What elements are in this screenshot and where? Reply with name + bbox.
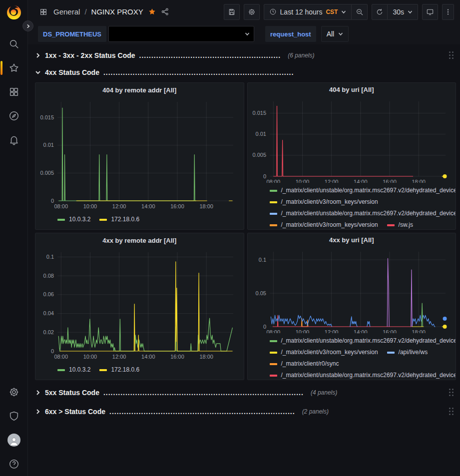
legend-swatch bbox=[270, 201, 277, 203]
panel-title[interactable]: 4xx by remote addr [All] bbox=[35, 233, 244, 247]
legend-swatch bbox=[387, 224, 395, 226]
svg-text:14:00: 14:00 bbox=[354, 179, 368, 183]
user-avatar[interactable] bbox=[2, 428, 26, 452]
legend-item[interactable]: /sw.js bbox=[387, 219, 413, 229]
panel-404-by-uri: 404 by uri [All] 08:0010:0012:0014:0016:… bbox=[247, 82, 457, 230]
configuration-gear-icon[interactable] bbox=[2, 380, 26, 404]
chart-404-by-uri[interactable]: 08:0010:0012:0014:0016:0018:0000.0050.01… bbox=[248, 96, 452, 183]
legend-label: 172.18.0.6 bbox=[111, 364, 139, 376]
row-header-4xx[interactable]: 4xx Status Code ........................… bbox=[35, 65, 456, 79]
svg-text:18:00: 18:00 bbox=[199, 203, 213, 209]
explore-compass-icon[interactable] bbox=[2, 104, 26, 128]
legend-swatch bbox=[387, 352, 395, 354]
legend-item[interactable]: /_matrix/client/v3/room_keys/version bbox=[270, 196, 378, 208]
save-dashboard-button[interactable] bbox=[224, 4, 240, 20]
grafana-app: General / NGINX PROXY bbox=[0, 0, 460, 476]
svg-text:08:00: 08:00 bbox=[54, 354, 68, 360]
svg-text:0.015: 0.015 bbox=[40, 114, 54, 120]
zoom-out-time-button[interactable] bbox=[352, 4, 368, 20]
legend-label: /_matrix/client/v3/room_keys/version bbox=[281, 196, 378, 208]
legend-label: /_matrix/client/v3/room_keys/version bbox=[281, 347, 378, 358]
ds-prometheus-select[interactable] bbox=[108, 26, 254, 42]
legend-item[interactable]: /_matrix/client/v3/room_keys/version bbox=[270, 219, 378, 229]
row-dots: ........................................… bbox=[103, 68, 294, 76]
favorite-star-icon[interactable] bbox=[148, 7, 156, 16]
legend-label: /_matrix/client/unstable/org.matrix.msc2… bbox=[281, 185, 456, 196]
svg-text:18:00: 18:00 bbox=[412, 179, 426, 183]
legend-item[interactable]: /_matrix/client/unstable/org.matrix.msc2… bbox=[270, 185, 456, 196]
legend-label: /_matrix/client/v3/room_keys/version bbox=[281, 219, 378, 229]
request-host-label[interactable]: request_host bbox=[265, 26, 316, 42]
legend-label: /sw.js bbox=[399, 219, 413, 229]
legend-item[interactable]: /_matrix/client/v3/room_keys/version bbox=[270, 347, 378, 358]
time-range-picker[interactable]: Last 12 hours CST bbox=[264, 4, 352, 20]
tv-mode-button[interactable] bbox=[422, 4, 438, 20]
row-drag-handle[interactable] bbox=[449, 51, 454, 59]
chart-404-by-remote-addr[interactable]: 08:0010:0012:0014:0016:0018:0000.0050.01… bbox=[35, 97, 239, 211]
panel-legend: /_matrix/client/unstable/org.matrix.msc2… bbox=[248, 333, 456, 380]
legend-swatch bbox=[270, 340, 277, 342]
panel-404-by-remote-addr: 404 by remote addr [All] 08:0010:0012:00… bbox=[35, 82, 244, 230]
row-panel-count: (4 panels) bbox=[311, 389, 337, 396]
alerting-bell-icon[interactable] bbox=[2, 128, 26, 152]
timezone-label: CST bbox=[326, 8, 338, 15]
chart-4xx-by-uri[interactable]: 08:0010:0012:0014:0016:0018:0000.050.1 bbox=[248, 247, 452, 333]
refresh-interval-dropdown[interactable]: 30s bbox=[388, 4, 418, 20]
panel-title[interactable]: 404 by uri [All] bbox=[248, 83, 456, 96]
legend-item[interactable]: /_matrix/client/unstable/org.matrix.msc2… bbox=[270, 370, 456, 380]
svg-text:08:00: 08:00 bbox=[266, 329, 280, 333]
panel-title[interactable]: 4xx by uri [All] bbox=[248, 233, 456, 247]
svg-text:16:00: 16:00 bbox=[383, 329, 397, 333]
row-drag-handle[interactable] bbox=[449, 389, 454, 397]
ds-prometheus-label[interactable]: DS_PROMETHEUS bbox=[38, 26, 106, 42]
search-icon[interactable] bbox=[2, 32, 26, 56]
svg-text:12:00: 12:00 bbox=[324, 329, 338, 333]
legend-item[interactable]: /_matrix/client/r0/sync bbox=[270, 358, 339, 370]
row-drag-handle[interactable] bbox=[449, 408, 454, 416]
request-host-select[interactable]: All bbox=[321, 26, 349, 42]
sidebar-expand-button[interactable] bbox=[22, 20, 33, 31]
row-title: 6xx > Status Code bbox=[45, 408, 105, 416]
legend-item[interactable]: /api/live/ws bbox=[387, 347, 428, 358]
variables-bar: DS_PROMETHEUS request_host All bbox=[28, 23, 460, 44]
apps-grid-icon[interactable] bbox=[38, 6, 49, 17]
legend-swatch bbox=[99, 369, 107, 371]
dashboard-title[interactable]: NGINX PROXY bbox=[91, 7, 143, 16]
server-admin-shield-icon[interactable] bbox=[2, 404, 26, 428]
refresh-button[interactable] bbox=[372, 4, 388, 20]
starred-dashboards-icon[interactable] bbox=[2, 56, 26, 80]
row-header-5xx[interactable]: 5xx Status Code ........................… bbox=[35, 385, 456, 400]
legend-swatch bbox=[270, 352, 277, 354]
legend-item[interactable]: 172.18.0.6 bbox=[99, 214, 139, 225]
help-icon[interactable] bbox=[2, 452, 26, 476]
legend-label: 10.0.3.2 bbox=[69, 214, 90, 225]
row-header-1xx-3xx-2xx[interactable]: 1xx - 3xx - 2xx Status Code ............… bbox=[35, 48, 456, 62]
panel-title[interactable]: 404 by remote addr [All] bbox=[35, 83, 244, 97]
toolbar: Last 12 hours CST 30s bbox=[224, 4, 454, 20]
refresh-interval-label: 30s bbox=[393, 8, 404, 16]
row-title: 1xx - 3xx - 2xx Status Code bbox=[45, 51, 135, 59]
legend-item[interactable]: /_matrix/client/unstable/org.matrix.msc2… bbox=[270, 335, 456, 347]
kebab-menu-button[interactable] bbox=[442, 4, 454, 20]
chart-4xx-by-remote-addr[interactable]: 08:0010:0012:0014:0016:0018:0000.020.040… bbox=[35, 247, 239, 361]
legend-item[interactable]: /_matrix/client/unstable/org.matrix.msc2… bbox=[270, 208, 456, 219]
share-icon[interactable] bbox=[161, 7, 169, 16]
svg-text:0.015: 0.015 bbox=[252, 110, 266, 116]
dashboard-settings-button[interactable] bbox=[244, 4, 260, 20]
panels-grid: 404 by remote addr [All] 08:0010:0012:00… bbox=[35, 82, 456, 380]
legend-item[interactable]: 10.0.3.2 bbox=[57, 364, 90, 376]
time-range-label: Last 12 hours bbox=[280, 8, 323, 16]
grafana-logo-icon[interactable] bbox=[5, 4, 22, 21]
svg-text:0: 0 bbox=[51, 198, 54, 204]
legend-item[interactable]: 172.18.0.6 bbox=[99, 364, 139, 376]
row-dots: ........................................… bbox=[139, 51, 281, 59]
legend-item[interactable]: 10.0.3.2 bbox=[57, 214, 90, 225]
svg-text:14:00: 14:00 bbox=[141, 354, 155, 360]
row-header-6xx[interactable]: 6xx > Status Code ......................… bbox=[35, 404, 456, 419]
breadcrumb-section[interactable]: General bbox=[53, 7, 80, 16]
collapsed-rows: 5xx Status Code ........................… bbox=[35, 385, 456, 419]
svg-text:0: 0 bbox=[263, 173, 266, 179]
svg-text:10:00: 10:00 bbox=[83, 203, 97, 209]
dashboards-icon[interactable] bbox=[2, 80, 26, 104]
legend-swatch bbox=[99, 219, 107, 221]
